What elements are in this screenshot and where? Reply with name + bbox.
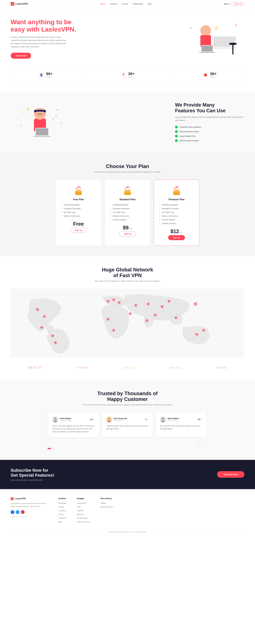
feature-item-2: ✓ Internet without borders.	[175, 130, 244, 133]
user-role-3: Shanxi, China	[167, 420, 179, 422]
svg-point-73	[146, 302, 150, 306]
reddit-logo: ● reddit	[76, 366, 88, 369]
svg-point-45	[174, 188, 175, 189]
testimonial-dots	[48, 448, 55, 449]
testimonial-nav: ‹ ›	[196, 442, 207, 447]
signin-button[interactable]: Sign in	[224, 3, 229, 5]
dot-2[interactable]	[52, 448, 53, 449]
social-icons: f t ✦	[11, 510, 48, 514]
footer-link-about[interactable]: About Us	[77, 513, 90, 516]
svg-point-34	[77, 187, 78, 188]
get-started-button[interactable]: Get Started	[11, 53, 31, 59]
stat-servers-label: Users	[210, 76, 217, 78]
check-icon: ✓	[61, 204, 62, 206]
footer-link-server[interactable]: Server	[59, 513, 66, 516]
hero-body: Provide a network for all your needs wit…	[11, 36, 67, 48]
footer-link-countries[interactable]: Countries	[59, 517, 66, 519]
subscribe-section: Subscribe Now for Get Special Features! …	[0, 460, 255, 489]
testimonial-card-2: Kim Young Jou Seol, India 5 ★ "I like it…	[102, 412, 153, 437]
discord-logo: discord	[170, 366, 181, 369]
logo-icon: 🏠	[11, 2, 14, 6]
svg-point-25	[21, 125, 22, 126]
stat-servers-info: 50+ Users	[210, 72, 217, 78]
standard-plan-card: Standard Plan ✓ Unlimited Bandwidth ✓ En…	[105, 180, 150, 246]
footer-brand-desc: LaslesVPN is a private virtual network t…	[11, 502, 48, 508]
stat-locations: 📍 30+ Users	[120, 72, 135, 78]
free-plan-cta[interactable]: Sign Up	[70, 228, 87, 233]
svg-point-93	[54, 418, 56, 420]
testimonial-user-2: Kim Young Jou Seol, India	[106, 416, 127, 422]
map-section: Huge Global Network of Fast VPN See Lasl…	[0, 256, 255, 380]
features-illustration	[11, 99, 75, 145]
svg-point-5	[229, 43, 237, 45]
svg-point-96	[108, 418, 110, 420]
prem-feature-3: ✓ Yes Traffic Logs	[159, 211, 194, 214]
footer-link-pricing[interactable]: Pricing	[59, 506, 66, 508]
svg-point-57	[51, 334, 55, 338]
footer-link-blog[interactable]: Blog	[59, 520, 66, 523]
map-subtitle: See LaslesVPN everywhere to make it easi…	[11, 280, 244, 282]
testimonial-header-2: Kim Young Jou Seol, India 5 ★	[106, 416, 149, 422]
standard-plan-cta[interactable]: Sign Up	[119, 232, 136, 236]
nav-testimonials[interactable]: Testimonials	[133, 3, 143, 5]
svg-point-69	[112, 328, 116, 332]
nav-about[interactable]: About	[100, 3, 105, 5]
rating-2: 5 ★	[145, 418, 149, 420]
subscribe-button[interactable]: Subscribe Now	[217, 471, 244, 478]
svg-rect-1	[214, 37, 235, 46]
footer-link-privacy[interactable]: Privacy Policy	[77, 517, 90, 519]
footer-link-locations[interactable]: Locations	[59, 509, 66, 512]
testimonial-cards: Viezh Robert Warsaw, Poland 4.5 ★ "Wow..…	[11, 412, 244, 437]
prem-feature-4: ✓ Works on All Devices	[159, 215, 194, 217]
svg-point-85	[202, 328, 205, 332]
standard-plan-icon	[122, 185, 133, 196]
facebook-icon[interactable]: f	[11, 510, 14, 514]
svg-point-15	[43, 110, 46, 112]
logo[interactable]: 🏠 LaslesVPN	[11, 2, 28, 6]
footer-earn-links: Affiliate Become Partner	[101, 502, 113, 508]
svg-point-35	[79, 186, 81, 187]
twitter-icon[interactable]: t	[16, 510, 20, 514]
footer-link-terms[interactable]: Terms of Service	[77, 520, 90, 523]
svg-point-65	[117, 300, 121, 304]
svg-point-39	[127, 186, 128, 188]
subscribe-subtext: Let's subscribe with us and find the fun	[11, 479, 54, 481]
svg-point-83	[195, 332, 199, 336]
svg-point-12	[34, 108, 46, 120]
svg-rect-10	[202, 46, 212, 51]
instagram-icon[interactable]: ✦	[21, 510, 25, 514]
check-icon: ✓	[159, 222, 160, 224]
signup-button[interactable]: Sign Up	[231, 2, 244, 6]
features-list: ✓ Powerfull online protection. ✓ Interne…	[175, 126, 244, 142]
svg-rect-11	[199, 52, 215, 53]
amazon-logo: amazon	[123, 366, 135, 369]
footer-link-tutorials[interactable]: Tutorials	[77, 509, 90, 512]
nav-help[interactable]: Help	[148, 3, 151, 5]
pricing-subtitle: Let's choose the package that is best fo…	[11, 171, 244, 173]
footer-link-affiliate[interactable]: Affiliate	[101, 502, 113, 504]
nav-pricing[interactable]: Pricing	[122, 3, 128, 5]
footer-link-download[interactable]: Download	[59, 502, 66, 504]
check-icon-2: ✓	[175, 130, 178, 133]
check-icon-4: ✓	[175, 139, 178, 142]
hero-text: Want anything to be easy with LaslesVPN.…	[11, 18, 76, 59]
next-button[interactable]: ›	[203, 442, 207, 447]
dot-1[interactable]	[48, 448, 51, 449]
footer-link-faq[interactable]: FAQ	[77, 506, 90, 508]
dot-3[interactable]	[54, 448, 55, 449]
footer-brand: 🏠 LaslesVPN LaslesVPN is a private virtu…	[11, 497, 48, 523]
svg-rect-44	[174, 190, 179, 192]
std-feature-1: ✓ Unlimited Bandwidth	[110, 204, 145, 206]
standard-plan-price: $9/mo	[123, 225, 132, 230]
footer-link-partner[interactable]: Become Partner	[101, 506, 113, 508]
svg-point-89	[128, 312, 132, 316]
svg-point-51	[36, 308, 39, 311]
prev-button[interactable]: ‹	[196, 442, 201, 447]
premium-plan-cta[interactable]: Sign Up	[168, 235, 185, 240]
svg-point-79	[145, 318, 149, 322]
nav-features[interactable]: Features	[110, 3, 117, 5]
feature-text-1: Powerfull online protection.	[179, 126, 202, 128]
footer-link-laslesvpn[interactable]: LaslesVPN ?	[77, 502, 90, 504]
check-icon: ✓	[159, 204, 160, 206]
svg-point-61	[106, 299, 110, 303]
